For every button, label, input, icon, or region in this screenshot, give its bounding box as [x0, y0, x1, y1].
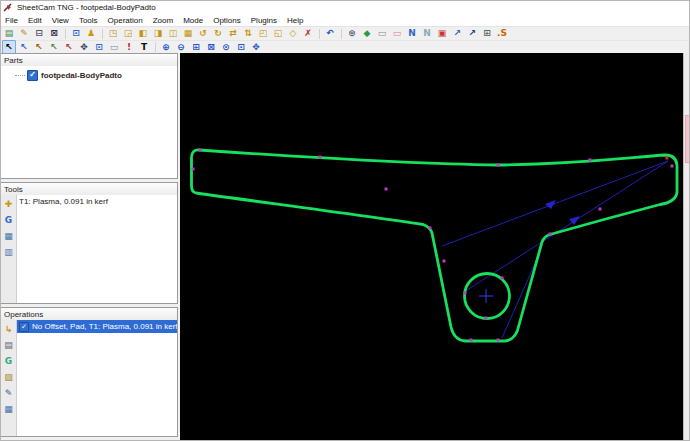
op-gcode-icon[interactable]: G — [2, 354, 16, 368]
ref-point-icon[interactable]: ▣ — [435, 27, 449, 41]
operation-label: No Offset, Pad, T1: Plasma, 0.091 in ker… — [32, 322, 177, 331]
zoom-extents-icon[interactable]: ⊠ — [204, 40, 218, 54]
op-table-icon[interactable]: ▦ — [2, 402, 16, 416]
text-tool-icon[interactable]: T — [137, 40, 151, 54]
select-op-icon[interactable]: ↖ — [62, 40, 76, 54]
view[interactable]: View — [47, 16, 74, 25]
new-tool-icon[interactable]: ✚ — [2, 197, 16, 211]
tool-gcode-icon[interactable]: G — [2, 213, 16, 227]
import-drawing-icon[interactable]: ◳ — [106, 27, 120, 41]
program-options-icon[interactable]: ⊛ — [345, 27, 359, 41]
path-rules-alt-icon[interactable]: N — [420, 27, 434, 41]
help[interactable]: Help — [282, 16, 308, 25]
tool-table-alt-icon[interactable]: ▥ — [2, 245, 16, 259]
toolbar-separator — [63, 28, 68, 40]
rotate-cw-icon[interactable]: ↻ — [211, 27, 225, 41]
op-insert-icon[interactable]: ↳ — [2, 322, 16, 336]
options[interactable]: Options — [208, 16, 246, 25]
operation-enabled-checkbox[interactable]: ✓ — [19, 322, 29, 332]
job-options-icon[interactable]: ♟ — [84, 27, 98, 41]
show-machine-icon[interactable]: ⊡ — [69, 27, 83, 41]
part-name-label[interactable]: footpedal-BodyPadto — [41, 71, 122, 80]
mode[interactable]: Mode — [178, 16, 208, 25]
copy-part-icon[interactable]: ◧ — [136, 27, 150, 41]
tools[interactable]: Tools — [74, 16, 103, 25]
op-edit-icon[interactable]: ▤ — [2, 338, 16, 352]
delete-part-icon[interactable]: ✗ — [301, 27, 315, 41]
part-outline-path — [192, 150, 678, 341]
zoom-out-icon[interactable]: ⊖ — [174, 40, 188, 54]
part-tree-item[interactable]: ✓ footpedal-BodyPadto — [1, 69, 177, 81]
title-bar: SheetCam TNG - footpedal-BodyPadto — [0, 0, 690, 14]
edit-part-icon[interactable]: ◲ — [121, 27, 135, 41]
toolbar-separator — [153, 41, 158, 53]
zoom-window-icon[interactable]: ⊞ — [189, 40, 203, 54]
operation-list-item[interactable]: ✓ No Offset, Pad, T1: Plasma, 0.091 in k… — [17, 320, 177, 333]
menu-bar: FileEditViewToolsOperationZoomModeOption… — [0, 14, 690, 27]
tool-label: T1: Plasma, 0.091 in kerf — [19, 197, 108, 206]
op-copy-icon[interactable]: ▨ — [2, 370, 16, 384]
set-origin-icon[interactable]: ↗ — [465, 27, 479, 41]
scrollbar-thumb[interactable] — [685, 115, 690, 163]
drawing-canvas[interactable] — [180, 53, 690, 441]
measure-icon[interactable]: ↖ — [47, 40, 61, 54]
file[interactable]: File — [0, 16, 23, 25]
snap-select-icon[interactable]: ↖ — [17, 40, 31, 54]
operations-button-strip: ↳ ▤ G ▨ ✎ ▦ — [1, 320, 17, 436]
select-tool-icon[interactable]: ↖ — [2, 40, 16, 54]
new-job-icon[interactable]: ▤ — [2, 27, 16, 41]
run-job-icon[interactable]: ⊞ — [480, 27, 494, 41]
raise-part-icon[interactable]: ◰ — [256, 27, 270, 41]
rotate-ccw-icon[interactable]: ↺ — [196, 27, 210, 41]
array-part-icon[interactable]: ▦ — [181, 27, 195, 41]
pen-colors-icon[interactable]: ! — [122, 40, 136, 54]
tree-branch-line — [15, 75, 25, 76]
parts-tree: ✓ footpedal-BodyPadto — [1, 66, 177, 178]
paste-part-icon[interactable]: ◨ — [151, 27, 165, 41]
scale-part-icon[interactable]: ◇ — [286, 27, 300, 41]
window-title: SheetCam TNG - footpedal-BodyPadto — [17, 3, 156, 12]
hole-center-crosshair — [479, 289, 493, 303]
tools-list: T1: Plasma, 0.091 in kerf — [17, 195, 177, 303]
operations-list: ✓ No Offset, Pad, T1: Plasma, 0.091 in k… — [17, 320, 177, 436]
rapid-move-lines — [442, 161, 668, 338]
move-tool-icon[interactable]: ✥ — [77, 40, 91, 54]
nesting-icon[interactable]: ▭ — [390, 27, 404, 41]
zoom-in-icon[interactable]: ⊕ — [159, 40, 173, 54]
open-job-icon[interactable]: ✎ — [17, 27, 31, 41]
tool-list-item[interactable]: T1: Plasma, 0.091 in kerf — [17, 195, 177, 208]
screen-capture-icon[interactable]: ⊠ — [47, 27, 61, 41]
edit-points-icon[interactable]: ↖ — [32, 40, 46, 54]
zoom-sheet-icon[interactable]: ⊡ — [234, 40, 248, 54]
tool-table-icon[interactable]: ▦ — [2, 229, 16, 243]
main-content: Parts ✓ footpedal-BodyPadto Tools ✚ — [0, 53, 690, 441]
canvas-vertical-scrollbar[interactable] — [683, 53, 690, 441]
pierce-start-mark — [666, 157, 669, 160]
mirror-v-icon[interactable]: ⇅ — [241, 27, 255, 41]
mirror-h-icon[interactable]: ⇄ — [226, 27, 240, 41]
move-origin-icon[interactable]: ↗ — [450, 27, 464, 41]
operation[interactable]: Operation — [103, 16, 148, 25]
app-icon — [3, 2, 13, 12]
rect-select-icon[interactable]: ▭ — [107, 40, 121, 54]
part-view — [180, 53, 683, 441]
plate-icon[interactable]: ▭ — [375, 27, 389, 41]
toolbar-separator — [100, 28, 105, 40]
zoom-part-icon[interactable]: ⊙ — [219, 40, 233, 54]
material-icon[interactable]: ◆ — [360, 27, 374, 41]
tools-panel: Tools ✚ G ▦ ▥ T1: Plasma — [0, 182, 178, 304]
path-rules-icon[interactable]: N — [405, 27, 419, 41]
show-machine-icon[interactable]: ⊡ — [92, 40, 106, 54]
print-icon[interactable]: ⊟ — [32, 27, 46, 41]
part-visibility-checkbox[interactable]: ✓ — [27, 70, 38, 81]
edit[interactable]: Edit — [23, 16, 47, 25]
post-process-icon[interactable]: .S — [495, 27, 509, 41]
bottom-strip — [0, 437, 178, 441]
undo-icon[interactable]: ↶ — [323, 27, 337, 41]
lower-part-icon[interactable]: ◱ — [271, 27, 285, 41]
op-pen-icon[interactable]: ✎ — [2, 386, 16, 400]
duplicate-part-icon[interactable]: ◫ — [166, 27, 180, 41]
pan-icon[interactable]: ✥ — [249, 40, 263, 54]
plugins[interactable]: Plugins — [246, 16, 282, 25]
zoom[interactable]: Zoom — [148, 16, 178, 25]
